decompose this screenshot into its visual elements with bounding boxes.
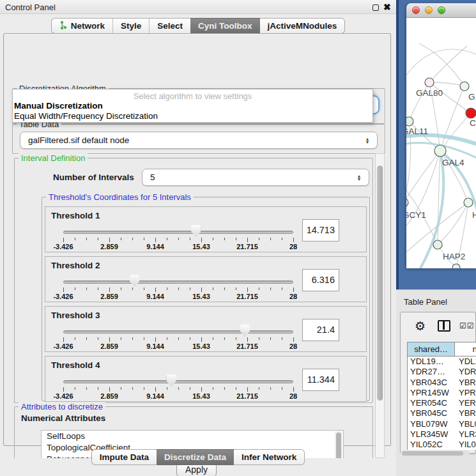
close-traffic-light-icon[interactable] xyxy=(412,6,420,14)
slider-tick xyxy=(132,288,133,290)
tab-label: Style xyxy=(121,21,141,31)
split-columns-icon[interactable] xyxy=(438,320,450,332)
algorithm-dropdown-popup: Select algorithm to view settings Manual… xyxy=(12,89,373,123)
network-node-label: HAP2 xyxy=(443,252,465,261)
slider-tick-label: 21.715 xyxy=(236,392,258,400)
network-node-gal4[interactable] xyxy=(434,145,446,157)
tab-impute-data[interactable]: Impute Data xyxy=(91,449,157,465)
table-row[interactable]: YDR27…YDR2 xyxy=(408,367,476,377)
thresholds-group-title: Threshold's Coordinates for 5 Intervals xyxy=(46,192,194,202)
network-edge[interactable] xyxy=(438,151,440,245)
number-of-intervals-combobox[interactable]: 5 ▲▼ xyxy=(142,169,369,186)
slider-tick-label: 9.144 xyxy=(146,392,164,400)
tab-select[interactable]: Select xyxy=(149,18,190,34)
tab-label: Discretize Data xyxy=(164,452,226,462)
slider-tick-label: 21.715 xyxy=(236,293,258,300)
cell-shared-name: YDL19… xyxy=(408,357,455,367)
slider-tick xyxy=(236,337,236,340)
tab-network[interactable]: Network xyxy=(51,18,112,34)
slider-tick xyxy=(270,288,271,290)
table-row[interactable]: YER054CYER0 xyxy=(408,398,476,408)
cell-shared-name: YBR045C xyxy=(408,408,455,418)
network-node-c[interactable] xyxy=(466,108,476,118)
algorithm-option[interactable]: Equal Width/Frequency Discretization xyxy=(14,111,158,121)
threshold-slider-knob[interactable] xyxy=(240,325,250,337)
network-node-label: GAL4 xyxy=(442,158,464,167)
slider-tick xyxy=(155,337,156,342)
tab-infer-network[interactable]: Infer Network xyxy=(234,449,305,465)
attribute-list-item[interactable]: SelfLoops xyxy=(42,431,343,442)
network-canvas[interactable]: GAL80G.CGAL11GAL4GCY1HHAP2 xyxy=(406,18,476,268)
slider-tick xyxy=(155,288,156,292)
threshold-slider-knob[interactable] xyxy=(130,275,139,287)
network-edge[interactable] xyxy=(406,49,476,81)
table-row[interactable]: YIL052CYIL0 xyxy=(408,440,476,450)
network-node-hap2[interactable] xyxy=(433,240,442,249)
table-data-combobox[interactable]: galFiltered.sif default node ▲▼ xyxy=(20,132,378,149)
network-edge[interactable] xyxy=(406,151,440,203)
network-node-label: GCY1 xyxy=(406,210,426,220)
tab-label: Select xyxy=(157,21,183,31)
network-node-gcy1[interactable] xyxy=(406,198,408,207)
tab-discretize-data[interactable]: Discretize Data xyxy=(157,449,234,465)
slider-tick xyxy=(282,288,282,290)
network-window: GAL80G.CGAL11GAL4GCY1HHAP2 xyxy=(406,3,476,268)
threshold-slider-track[interactable] xyxy=(63,280,293,284)
table-row[interactable]: YBL079WYBL0 xyxy=(408,419,476,429)
gear-icon[interactable]: ⚙ xyxy=(415,319,426,334)
slider-tick-label: 15.43 xyxy=(192,392,210,400)
network-edge[interactable] xyxy=(429,82,464,86)
threshold-slider-knob[interactable] xyxy=(191,225,201,237)
tab-jactivemnodules[interactable]: jActiveMNodules xyxy=(260,18,346,34)
slider-tick xyxy=(144,337,144,340)
zoom-traffic-light-icon[interactable] xyxy=(438,6,445,14)
select-columns-icon[interactable]: ☑☑ xyxy=(459,321,475,330)
threshold-slider-knob[interactable] xyxy=(167,374,176,387)
slider-tick xyxy=(213,387,213,390)
slider-tick xyxy=(282,238,282,240)
cell-name: YPR1 xyxy=(455,388,476,398)
table-horizontal-scrollbar[interactable] xyxy=(401,450,470,456)
network-node-gal80[interactable] xyxy=(425,78,434,87)
slider-tick-label: 2.859 xyxy=(100,392,118,400)
table-row[interactable]: YLR345WYLR3 xyxy=(408,429,476,440)
slider-tick-label: 15.43 xyxy=(192,243,210,250)
network-node-h[interactable] xyxy=(464,198,473,207)
slider-tick xyxy=(167,238,167,240)
algorithm-option[interactable]: Manual Discretization xyxy=(14,101,103,111)
network-edge[interactable] xyxy=(429,46,467,82)
threshold-label: Threshold 4 xyxy=(51,360,100,370)
network-node-g[interactable] xyxy=(460,82,469,91)
float-window-icon[interactable] xyxy=(372,4,379,11)
slider-tick-label: 15.43 xyxy=(192,293,210,300)
slider-tick xyxy=(121,387,121,390)
network-node[interactable] xyxy=(452,264,460,268)
tab-style[interactable]: Style xyxy=(112,18,149,34)
column-header-shared-name[interactable]: shared… xyxy=(408,342,455,356)
table-row[interactable]: YBR043CYBR0 xyxy=(408,378,476,388)
threshold-label: Threshold 3 xyxy=(51,311,100,320)
threshold-slider-track[interactable] xyxy=(63,330,293,334)
algorithm-placeholder: Select algorithm to view settings xyxy=(13,91,372,101)
minimize-traffic-light-icon[interactable] xyxy=(425,6,433,14)
slider-tick xyxy=(132,387,133,390)
slider-tick xyxy=(132,337,133,340)
table-row[interactable]: YPR145WYPR1 xyxy=(408,388,476,398)
network-edge-highlight[interactable] xyxy=(420,151,443,268)
panel-vertical-scrollbar[interactable] xyxy=(375,153,385,458)
threshold-value-field[interactable]: 11.344 xyxy=(302,369,339,391)
column-header-name[interactable]: na xyxy=(455,342,476,356)
threshold-value-field[interactable]: 6.316 xyxy=(302,269,339,291)
threshold-slider-track[interactable] xyxy=(63,231,293,234)
threshold-slider-track[interactable] xyxy=(63,380,293,383)
network-node-gal11[interactable] xyxy=(406,117,413,126)
threshold-value-field[interactable]: 21.4 xyxy=(302,319,339,341)
table-row[interactable]: YBR045CYBR0 xyxy=(408,408,476,418)
tab-cyni-toolbox[interactable]: Cyni Toolbox xyxy=(190,18,260,34)
threshold-value-field[interactable]: 14.713 xyxy=(302,219,339,242)
settings-scroll-area: Interval Definition Number of Intervals … xyxy=(10,153,375,458)
slider-tick xyxy=(75,238,75,240)
network-edge[interactable] xyxy=(440,113,471,151)
table-row[interactable]: YDL19…YDL1 xyxy=(408,357,476,367)
close-icon[interactable]: ✖ xyxy=(383,2,391,12)
